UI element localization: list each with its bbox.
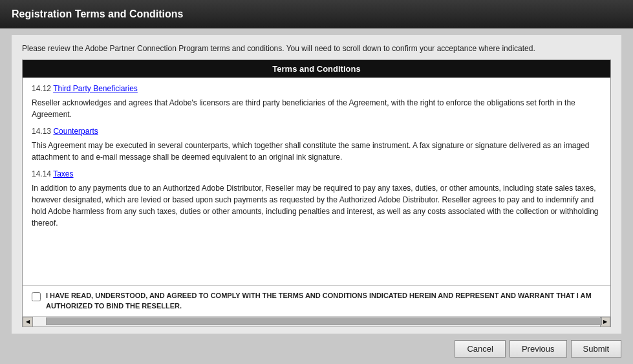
section-14-14-link[interactable]: Taxes [53, 169, 73, 178]
terms-body: 14.12 Third Party Beneficiaries Reseller… [23, 78, 610, 285]
section-14-14-title: 14.14 Taxes [32, 169, 601, 178]
scroll-thumb-horizontal[interactable] [46, 317, 602, 325]
page-title: Registration Terms and Conditions [12, 8, 184, 20]
section-14-12-link[interactable]: Third Party Beneficiaries [53, 84, 138, 93]
section-14-12-title: 14.12 Third Party Beneficiaries [32, 84, 601, 93]
bottom-bar: Cancel Previous Submit [0, 334, 633, 364]
scroll-left-button[interactable]: ◀ [23, 317, 33, 327]
cancel-button[interactable]: Cancel [455, 340, 505, 358]
acceptance-checkbox[interactable] [32, 292, 41, 301]
terms-header: Terms and Conditions [23, 60, 610, 78]
main-content: Please review the Adobe Partner Connecti… [12, 35, 621, 334]
section-14-14-body: In addition to any payments due to an Au… [32, 182, 601, 229]
terms-footer: I HAVE READ, UNDERSTOOD, AND AGREED TO C… [23, 285, 610, 316]
intro-text: Please review the Adobe Partner Connecti… [22, 44, 611, 53]
section-14-13-body: This Agreement may be executed in severa… [32, 140, 601, 163]
scroll-track-horizontal [33, 317, 600, 327]
section-14-13-title: 14.13 Counterparts [32, 127, 601, 136]
acceptance-label: I HAVE READ, UNDERSTOOD, AND AGREED TO C… [46, 291, 601, 311]
section-14-13-link[interactable]: Counterparts [53, 127, 98, 136]
submit-button[interactable]: Submit [571, 340, 621, 358]
previous-button[interactable]: Previous [510, 340, 567, 358]
terms-container: Terms and Conditions 14.12 Third Party B… [22, 59, 611, 327]
section-14-12-body: Reseller acknowledges and agrees that Ad… [32, 97, 601, 120]
horizontal-scrollbar[interactable]: ◀ ▶ [23, 316, 610, 327]
terms-scroll-area[interactable]: 14.12 Third Party Beneficiaries Reseller… [23, 78, 610, 285]
page-wrapper: Registration Terms and Conditions Please… [0, 0, 633, 364]
title-bar: Registration Terms and Conditions [0, 0, 633, 28]
